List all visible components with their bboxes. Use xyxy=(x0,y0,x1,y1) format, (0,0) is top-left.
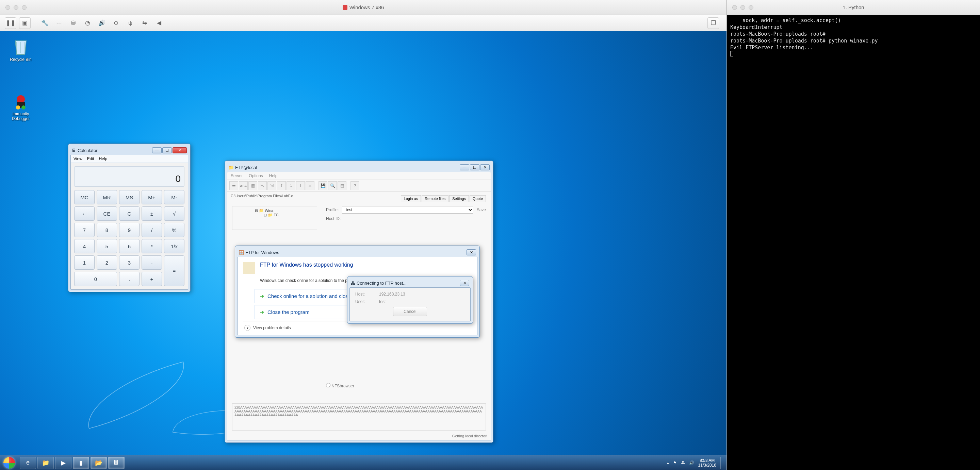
traffic-close[interactable] xyxy=(5,5,10,10)
tb-abc-icon[interactable]: ᴀʙᴄ xyxy=(239,181,248,190)
calc-min-button[interactable]: — xyxy=(152,147,162,153)
calc-key-√[interactable]: √ xyxy=(164,206,185,221)
calc-key-7[interactable]: 7 xyxy=(74,223,95,237)
traffic-min[interactable] xyxy=(740,5,745,10)
crash-close-button[interactable]: ✕ xyxy=(466,249,476,256)
term-titlebar[interactable]: 1. Python xyxy=(727,0,980,15)
traffic-close[interactable] xyxy=(732,5,737,10)
terminal-body[interactable]: sock, addr = self._sock.accept() Keyboar… xyxy=(727,15,980,470)
tb-icon[interactable]: ⇱ xyxy=(258,181,267,190)
tb-icon[interactable]: ⤴ xyxy=(277,181,286,190)
taskbar[interactable]: e 📁 ▶ ▮ 📂 🖩 ▴ ⚑ 🖧 🔊 8:53 AM 11/3/2016 xyxy=(0,455,727,470)
taskbar-cmd[interactable]: ▮ xyxy=(73,457,89,469)
taskbar-ftp[interactable]: 📂 xyxy=(91,457,107,469)
chevron-left-icon[interactable]: ◀ xyxy=(153,17,165,29)
vm-titlebar[interactable]: Windows 7 x86 xyxy=(0,0,727,15)
terminal-window[interactable]: 1. Python sock, addr = self._sock.accept… xyxy=(727,0,980,470)
show-desktop-button[interactable] xyxy=(721,457,724,469)
connecting-dialog[interactable]: 🖧 Connecting to FTP host... ✕ Host:192.1… xyxy=(347,276,473,324)
tb-rename-icon[interactable]: I xyxy=(296,181,305,190)
sound-icon[interactable]: 🔊 xyxy=(96,17,108,29)
save-button[interactable]: Save xyxy=(477,208,486,212)
ftp-tree[interactable]: ⊟ 📁 Wina ⊟ 📁 FC xyxy=(232,206,317,230)
calc-key-8[interactable]: 8 xyxy=(97,223,117,237)
tb-help-icon[interactable]: ? xyxy=(350,181,360,190)
calc-menu-edit[interactable]: Edit xyxy=(87,156,94,161)
calc-key-3[interactable]: 3 xyxy=(119,256,140,270)
calc-key-0[interactable]: 0 xyxy=(74,272,117,286)
nfsbrowser-radio[interactable] xyxy=(326,383,331,387)
ftp-menu-options[interactable]: Options xyxy=(249,173,263,178)
tb-icon[interactable]: ⤵ xyxy=(286,181,295,190)
calc-key-MR[interactable]: MR xyxy=(97,190,117,205)
taskbar-explorer[interactable]: 📁 xyxy=(37,457,54,469)
calc-key-M+[interactable]: M+ xyxy=(142,190,162,205)
win7-desktop[interactable]: Recycle Bin Immunity Debugger 🖩 Calculat… xyxy=(0,31,727,470)
calc-menu-help[interactable]: Help xyxy=(99,156,107,161)
share-icon[interactable]: ⇆ xyxy=(139,17,150,29)
calc-key-MS[interactable]: MS xyxy=(119,190,140,205)
traffic-max[interactable] xyxy=(749,5,753,10)
calc-key-4[interactable]: 4 xyxy=(74,239,95,253)
tb-delete-icon[interactable]: ✕ xyxy=(305,181,314,190)
calc-key--[interactable]: - xyxy=(142,256,162,270)
taskbar-media[interactable]: ▶ xyxy=(55,457,72,469)
traffic-max[interactable] xyxy=(22,5,27,10)
calc-key-5[interactable]: 5 xyxy=(97,239,117,253)
ftp-tab-quote[interactable]: Quote xyxy=(469,195,486,202)
tray-network-icon[interactable]: 🖧 xyxy=(681,460,685,465)
camera-icon[interactable]: ⊙ xyxy=(110,17,122,29)
calc-key-*[interactable]: * xyxy=(142,239,162,253)
tb-icon[interactable]: ▤ xyxy=(337,181,347,190)
calc-key-M-[interactable]: M- xyxy=(164,190,185,205)
ftp-tab-remote[interactable]: Remote files xyxy=(422,195,449,202)
start-button[interactable] xyxy=(0,456,18,470)
ftp-tab-settings[interactable]: Settings xyxy=(449,195,469,202)
calc-key-←[interactable]: ← xyxy=(74,206,95,221)
ftp-close-button[interactable]: ✕ xyxy=(480,164,490,170)
ftp-min-button[interactable]: — xyxy=(460,164,469,170)
calc-key-9[interactable]: 9 xyxy=(119,223,140,237)
cancel-button[interactable]: Cancel xyxy=(393,307,427,316)
taskbar-calc[interactable]: 🖩 xyxy=(108,457,124,469)
usb-icon[interactable]: ψ xyxy=(124,17,136,29)
traffic-min[interactable] xyxy=(14,5,18,10)
ftp-menu-help[interactable]: Help xyxy=(269,173,278,178)
calc-key-/[interactable]: / xyxy=(142,223,162,237)
tray-clock[interactable]: 8:53 AM 11/3/2016 xyxy=(698,458,716,468)
calc-max-button[interactable]: ☐ xyxy=(162,147,172,153)
calc-menu-view[interactable]: View xyxy=(73,156,82,161)
calc-close-button[interactable]: ✕ xyxy=(172,147,187,153)
calc-key-6[interactable]: 6 xyxy=(119,239,140,253)
calc-key-=[interactable]: = xyxy=(164,256,185,286)
snapshot-button[interactable]: ▣ xyxy=(19,17,30,29)
ftp-max-button[interactable]: ☐ xyxy=(470,164,479,170)
tb-icon[interactable]: ☰ xyxy=(229,181,238,190)
calculator-window[interactable]: 🖩 Calculator — ☐ ✕ View Edit Help 0 xyxy=(68,143,191,292)
calc-key-CE[interactable]: CE xyxy=(97,206,117,221)
calc-key-MC[interactable]: MC xyxy=(74,190,95,205)
system-tray[interactable]: ▴ ⚑ 🖧 🔊 8:53 AM 11/3/2016 xyxy=(667,457,724,469)
tb-search-icon[interactable]: 🔍 xyxy=(328,181,337,190)
immunity-debugger-icon[interactable]: Immunity Debugger xyxy=(8,92,34,121)
calc-key-1/x[interactable]: 1/x xyxy=(164,239,185,253)
wrench-icon[interactable]: 🔧 xyxy=(39,17,50,29)
fullscreen-button[interactable]: ❐ xyxy=(708,17,719,29)
tray-flag-icon[interactable]: ⚑ xyxy=(673,460,677,465)
tb-save-icon[interactable]: 💾 xyxy=(318,181,327,190)
drive-icon[interactable]: ◔ xyxy=(82,17,93,29)
tb-icon[interactable]: ⇲ xyxy=(267,181,276,190)
calc-key-2[interactable]: 2 xyxy=(97,256,117,270)
conn-close-button[interactable]: ✕ xyxy=(460,280,469,286)
calc-key-±[interactable]: ± xyxy=(142,206,162,221)
tray-volume-icon[interactable]: 🔊 xyxy=(689,460,694,465)
recycle-bin-icon[interactable]: Recycle Bin xyxy=(8,38,34,62)
ftp-tab-login[interactable]: Login as xyxy=(401,195,421,202)
ftp-menu-server[interactable]: Server xyxy=(231,173,243,178)
calc-key-%[interactable]: % xyxy=(164,223,185,237)
disk-icon[interactable]: ⛁ xyxy=(67,17,79,29)
taskbar-ie[interactable]: e xyxy=(20,457,36,469)
network-icon[interactable]: ⋯ xyxy=(53,17,65,29)
tb-icon[interactable]: ▦ xyxy=(248,181,257,190)
profile-select[interactable]: test xyxy=(342,206,473,214)
